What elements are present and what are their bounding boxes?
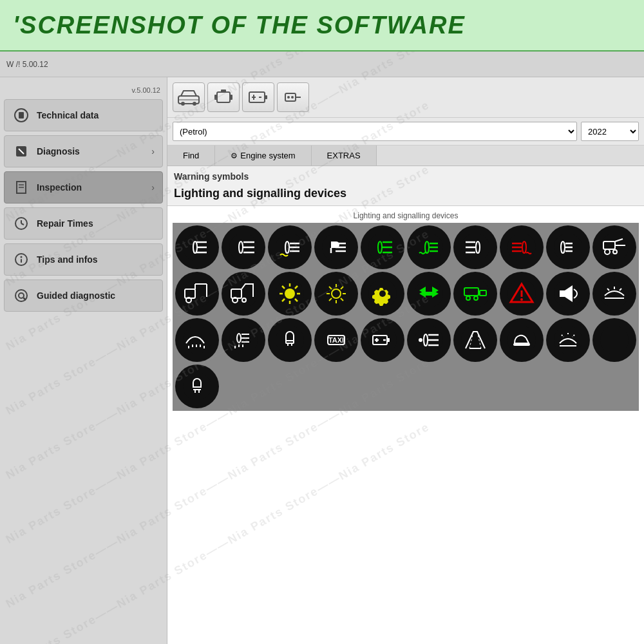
connector-toolbar-button[interactable] — [277, 82, 309, 112]
icon-forklift[interactable] — [175, 272, 219, 316]
icon-night-mode[interactable] — [592, 318, 636, 362]
icon-turn-signal[interactable] — [407, 272, 451, 316]
tabs-row: Find ⚙ Engine system EXTRAS — [167, 146, 644, 166]
svg-point-29 — [287, 96, 290, 99]
icon-tractor-light[interactable] — [592, 225, 636, 269]
diagnosis-icon — [12, 142, 30, 160]
battery-toolbar-button[interactable] — [242, 82, 274, 112]
sidebar-item-guided-diagnostic[interactable]: Guided diagnostic — [4, 279, 163, 312]
icon-sun-yellow[interactable] — [268, 272, 312, 316]
icon-hazard-warning[interactable] — [500, 272, 544, 316]
svg-rect-23 — [249, 92, 265, 102]
toolbar-row — [167, 77, 644, 118]
tab-engine-system[interactable]: ⚙ Engine system — [215, 146, 311, 166]
diagnosis-arrow: › — [151, 146, 155, 156]
tips-icon — [12, 251, 30, 269]
svg-point-123 — [461, 279, 489, 308]
svg-point-94 — [285, 289, 295, 299]
tab-extras[interactable]: EXTRAS — [312, 146, 377, 166]
icon-trailer-lights[interactable] — [453, 272, 497, 316]
warning-symbols-title: Warning symbols — [167, 166, 644, 184]
icon-headlight-wash[interactable] — [222, 318, 265, 362]
year-select[interactable]: 2022 — [581, 122, 639, 141]
svg-point-173 — [507, 326, 536, 354]
sidebar-item-inspection[interactable]: Inspection › — [4, 171, 163, 204]
svg-rect-24 — [265, 95, 267, 99]
sidebar-item-diagnosis[interactable]: Diagnosis › — [4, 135, 163, 167]
sidebar-label-technical-data: Technical data — [37, 110, 155, 120]
sidebar-item-technical-data[interactable]: Technical data — [4, 99, 163, 131]
svg-point-133 — [600, 279, 629, 308]
icon-headlight-indicator[interactable] — [407, 318, 451, 362]
icon-fog-front[interactable] — [268, 225, 312, 269]
svg-point-175 — [554, 326, 582, 354]
icon-low-beam[interactable] — [175, 225, 219, 269]
lighting-title: Lighting and signalling devices — [167, 184, 644, 206]
vehicle-row: (Petrol) 2022 — [167, 118, 644, 146]
icon-taxi[interactable]: TAXI — [314, 318, 358, 362]
version-display: v.5.00.12 — [0, 84, 167, 97]
sidebar-label-guided-diagnostic: Guided diagnostic — [37, 290, 155, 301]
svg-line-14 — [24, 298, 26, 301]
icon-green-headlight[interactable] — [361, 225, 404, 269]
icon-road-light[interactable] — [453, 318, 497, 362]
icon-battery-charge[interactable] — [361, 318, 404, 362]
vehicle-model-select[interactable]: (Petrol) — [173, 122, 577, 141]
icon-white-beam[interactable] — [453, 225, 497, 269]
icon-green-fog[interactable] — [407, 225, 451, 269]
svg-point-138 — [183, 326, 211, 354]
svg-rect-174 — [513, 343, 530, 346]
header-banner: 'SCREENSHOT OF THE SOFTWARE — [0, 0, 644, 52]
svg-text:TAXI: TAXI — [328, 336, 344, 344]
icon-horn[interactable] — [546, 272, 590, 316]
svg-point-114 — [379, 290, 386, 297]
icons-area: Lighting and signalling devices — [167, 206, 644, 644]
svg-line-8 — [21, 223, 24, 225]
icon-sunrise-dashes[interactable] — [546, 318, 590, 362]
sidebar-item-repair-times[interactable]: Repair Times — [4, 207, 163, 240]
icon-horizon[interactable] — [592, 272, 636, 316]
header-title: 'SCREENSHOT OF THE SOFTWARE — [13, 12, 466, 39]
icon-parking-light[interactable] — [314, 225, 358, 269]
svg-rect-28 — [285, 93, 296, 101]
icon-gear-yellow[interactable] — [361, 272, 404, 316]
sidebar: v.5.00.12 Technical data Diagnosis › — [0, 77, 167, 644]
top-bar: W /! 5.00.12 — [0, 52, 644, 77]
icon-washer[interactable] — [175, 318, 219, 362]
svg-point-13 — [19, 293, 24, 298]
sidebar-label-repair-times: Repair Times — [37, 218, 155, 229]
svg-rect-21 — [230, 95, 232, 100]
car-toolbar-button[interactable] — [173, 82, 205, 112]
svg-rect-161 — [387, 338, 390, 342]
sidebar-label-inspection: Inspection — [37, 182, 145, 193]
engine-toolbar-button[interactable] — [207, 82, 240, 112]
sidebar-item-tips-infos[interactable]: Tips and infos — [4, 243, 163, 276]
icon-tractor-crane[interactable] — [222, 272, 265, 316]
inspection-icon — [12, 178, 30, 196]
icon-bulb-check[interactable] — [175, 365, 219, 408]
icons-grid: TAXI — [173, 223, 639, 411]
svg-point-170 — [419, 338, 422, 342]
svg-point-131 — [520, 298, 523, 301]
svg-rect-1 — [19, 112, 24, 118]
technical-data-icon — [12, 106, 30, 124]
svg-point-16 — [181, 102, 185, 106]
main-area: W /! 5.00.12 v.5.00.12 Technical data Di… — [0, 52, 644, 644]
icon-beam-waves[interactable] — [546, 225, 590, 269]
svg-rect-19 — [217, 92, 230, 102]
icon-rear-fog[interactable] — [500, 225, 544, 269]
svg-rect-122 — [426, 292, 432, 296]
icon-seatbelt-shoe[interactable] — [500, 318, 544, 362]
svg-rect-20 — [214, 95, 217, 100]
icon-sun-blink[interactable] — [314, 272, 358, 316]
tab-find[interactable]: Find — [167, 146, 215, 166]
main-panel: (Petrol) 2022 Find ⚙ Engine system EXTRA… — [167, 77, 644, 644]
repair-times-icon — [12, 214, 30, 232]
icon-lamp[interactable] — [268, 318, 312, 362]
svg-point-180 — [600, 326, 629, 354]
icon-high-beam[interactable] — [222, 225, 265, 269]
svg-point-10 — [21, 256, 23, 258]
sidebar-label-diagnosis: Diagnosis — [37, 146, 145, 156]
svg-point-30 — [291, 96, 294, 99]
icons-grid-label: Lighting and signalling devices — [173, 211, 639, 220]
